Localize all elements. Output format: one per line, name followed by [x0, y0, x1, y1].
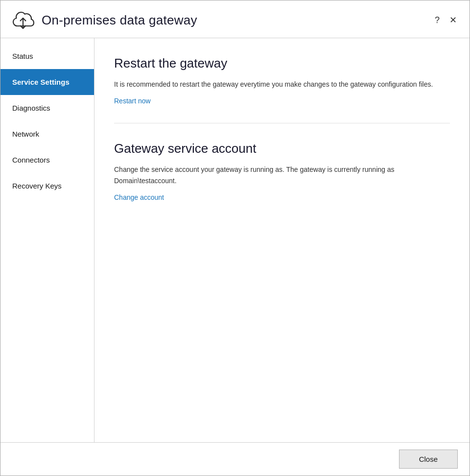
app-window: On-premises data gateway ? ✕ Status Serv…: [0, 0, 470, 476]
main-panel: Restart the gateway It is recommended to…: [94, 38, 470, 442]
sidebar-label-diagnostics: Diagnostics: [12, 104, 50, 112]
footer: Close: [0, 442, 470, 476]
change-account-link[interactable]: Change account: [114, 193, 164, 201]
sidebar-label-network: Network: [12, 130, 39, 138]
restart-now-link[interactable]: Restart now: [114, 97, 151, 105]
sidebar-item-service-settings[interactable]: Service Settings: [0, 69, 94, 95]
sidebar-label-recovery-keys: Recovery Keys: [12, 182, 62, 190]
restart-title: Restart the gateway: [114, 56, 450, 71]
sidebar-label-status: Status: [12, 52, 33, 60]
restart-section: Restart the gateway It is recommended to…: [114, 56, 450, 105]
service-account-title: Gateway service account: [114, 141, 450, 156]
sidebar-item-connectors[interactable]: Connectors: [0, 147, 94, 173]
title-bar: On-premises data gateway ? ✕: [0, 0, 470, 38]
app-title: On-premises data gateway: [42, 13, 197, 28]
close-window-button[interactable]: ✕: [446, 15, 460, 25]
title-bar-actions: ? ✕: [432, 15, 460, 25]
sidebar-item-status[interactable]: Status: [0, 43, 94, 69]
service-account-section: Gateway service account Change the servi…: [114, 141, 450, 202]
content-area: Status Service Settings Diagnostics Netw…: [0, 38, 470, 442]
help-button[interactable]: ?: [432, 15, 443, 25]
restart-description: It is recommended to restart the gateway…: [114, 79, 447, 90]
sidebar-label-service-settings: Service Settings: [12, 78, 70, 86]
sidebar-label-connectors: Connectors: [12, 156, 50, 164]
sidebar-item-network[interactable]: Network: [0, 121, 94, 147]
app-logo-icon: [10, 9, 36, 31]
sidebar-item-recovery-keys[interactable]: Recovery Keys: [0, 173, 94, 199]
section-divider: [114, 123, 450, 123]
service-account-description: Change the service account your gateway …: [114, 164, 447, 186]
sidebar-item-diagnostics[interactable]: Diagnostics: [0, 95, 94, 121]
close-button[interactable]: Close: [399, 450, 458, 469]
sidebar: Status Service Settings Diagnostics Netw…: [0, 38, 94, 442]
